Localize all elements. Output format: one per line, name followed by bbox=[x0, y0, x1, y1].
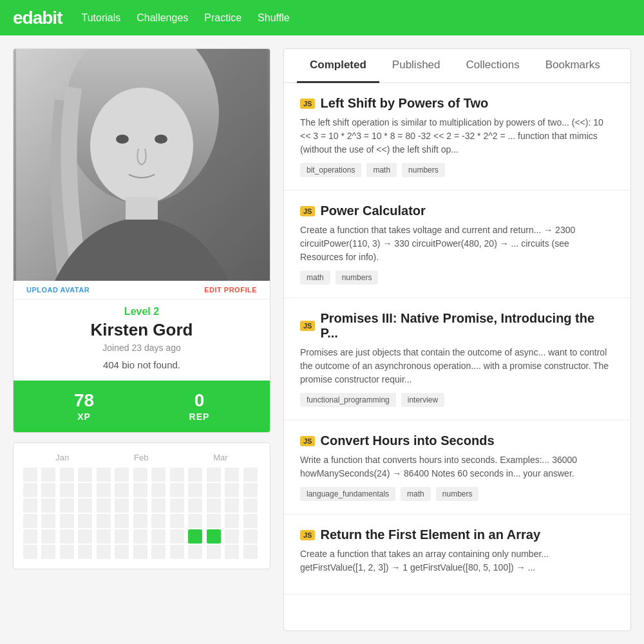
avatar-actions: UPLOAD AVATAR EDIT PROFILE bbox=[14, 281, 270, 299]
nav-challenges[interactable]: Challenges bbox=[137, 12, 188, 24]
challenge-item[interactable]: JSConvert Hours into SecondsWrite a func… bbox=[284, 421, 630, 515]
calendar-cell bbox=[243, 529, 258, 544]
nav-practice[interactable]: Practice bbox=[204, 12, 242, 24]
calendar-cell bbox=[170, 483, 184, 497]
tab-bookmarks[interactable]: Bookmarks bbox=[533, 49, 613, 83]
challenge-title-row: JSPromises III: Native Promise, Introduc… bbox=[300, 311, 614, 341]
nav-tutorials[interactable]: Tutorials bbox=[81, 12, 120, 24]
site-logo[interactable]: edabit bbox=[13, 8, 62, 28]
content-area: Completed Published Collections Bookmark… bbox=[283, 48, 631, 631]
calendar-cell bbox=[151, 545, 166, 559]
tabs: Completed Published Collections Bookmark… bbox=[284, 49, 630, 83]
language-badge: JS bbox=[300, 436, 315, 446]
challenge-title: Power Calculator bbox=[320, 204, 425, 218]
calendar-cell bbox=[97, 498, 111, 513]
challenge-item[interactable]: JSPower CalculatorCreate a function that… bbox=[284, 191, 630, 298]
challenge-item[interactable]: JSLeft Shift by Powers of TwoThe left sh… bbox=[284, 83, 630, 191]
calendar-cell bbox=[225, 514, 239, 528]
tab-published[interactable]: Published bbox=[379, 49, 453, 83]
sidebar: UPLOAD AVATAR EDIT PROFILE Level 2 Kirst… bbox=[13, 48, 270, 631]
calendar-cell bbox=[133, 545, 147, 559]
calendar-cell bbox=[243, 498, 258, 513]
calendar-cell bbox=[60, 529, 74, 544]
language-badge: JS bbox=[300, 530, 315, 540]
profile-card: UPLOAD AVATAR EDIT PROFILE Level 2 Kirst… bbox=[13, 48, 270, 433]
calendar-cell bbox=[133, 514, 147, 528]
calendar-cell bbox=[78, 529, 92, 544]
calendar-cell bbox=[115, 545, 129, 559]
challenge-tags: bit_operationsmathnumbers bbox=[300, 163, 614, 177]
calendar-cell bbox=[207, 529, 221, 544]
challenge-description: Create a function that takes an array co… bbox=[300, 547, 614, 574]
calendar-cell bbox=[78, 483, 92, 497]
tab-collections[interactable]: Collections bbox=[453, 49, 533, 83]
tag[interactable]: bit_operations bbox=[300, 163, 361, 177]
tag[interactable]: language_fundamentals bbox=[300, 487, 395, 501]
calendar-cell bbox=[115, 468, 129, 482]
challenge-description: Create a function that takes voltage and… bbox=[300, 223, 614, 264]
level-badge: Level 2 bbox=[26, 306, 257, 317]
calendar-cell bbox=[207, 545, 221, 559]
calendar-cell bbox=[225, 468, 239, 482]
tag[interactable]: interview bbox=[401, 393, 444, 407]
nav-shuffle[interactable]: Shuffle bbox=[258, 12, 290, 24]
calendar-cell bbox=[115, 514, 129, 528]
calendar-cell bbox=[188, 529, 202, 544]
tag[interactable]: functional_programming bbox=[300, 393, 396, 407]
tag[interactable]: numbers bbox=[402, 163, 445, 177]
tag[interactable]: numbers bbox=[436, 487, 479, 501]
xp-label: XP bbox=[77, 412, 91, 422]
tag[interactable]: math bbox=[366, 163, 397, 177]
calendar-cell bbox=[97, 468, 111, 482]
calendar-cell bbox=[133, 483, 147, 497]
challenge-item[interactable]: JSPromises III: Native Promise, Introduc… bbox=[284, 298, 630, 421]
calendar-cell bbox=[133, 468, 147, 482]
calendar-cell bbox=[151, 514, 166, 528]
challenge-title-row: JSReturn the First Element in an Array bbox=[300, 527, 614, 542]
calendar-cell bbox=[97, 483, 111, 497]
calendar-cell bbox=[97, 545, 111, 559]
user-name: Kirsten Gord bbox=[26, 320, 257, 340]
calendar-cell bbox=[133, 529, 147, 544]
xp-value: 78 bbox=[26, 390, 142, 411]
calendar-cell bbox=[225, 483, 239, 497]
calendar-cell bbox=[225, 545, 239, 559]
upload-avatar-button[interactable]: UPLOAD AVATAR bbox=[26, 286, 90, 294]
tag[interactable]: numbers bbox=[336, 270, 379, 285]
main-layout: UPLOAD AVATAR EDIT PROFILE Level 2 Kirst… bbox=[0, 35, 644, 644]
calendar-cell bbox=[170, 498, 184, 513]
calendar-cell bbox=[41, 545, 55, 559]
calendar-cell bbox=[188, 483, 202, 497]
calendar-cell bbox=[78, 468, 92, 482]
language-badge: JS bbox=[300, 206, 315, 216]
calendar-cell bbox=[60, 468, 74, 482]
challenge-title-row: JSLeft Shift by Powers of Two bbox=[300, 96, 614, 111]
calendar-cell bbox=[23, 514, 37, 528]
calendar-cell bbox=[60, 483, 74, 497]
calendar-cell bbox=[23, 545, 37, 559]
calendar-cell bbox=[23, 483, 37, 497]
calendar-cell bbox=[151, 483, 166, 497]
header: edabit Tutorials Challenges Practice Shu… bbox=[0, 0, 644, 35]
challenge-item[interactable]: JSReturn the First Element in an ArrayCr… bbox=[284, 515, 630, 594]
calendar-cell bbox=[133, 498, 147, 513]
calendar-cell bbox=[243, 545, 258, 559]
tag[interactable]: math bbox=[401, 487, 431, 501]
calendar-cell bbox=[170, 468, 184, 482]
tab-completed[interactable]: Completed bbox=[297, 49, 379, 83]
language-badge: JS bbox=[300, 99, 315, 109]
edit-profile-button[interactable]: EDIT PROFILE bbox=[204, 286, 257, 294]
calendar-cell bbox=[243, 468, 258, 482]
challenge-title-row: JSPower Calculator bbox=[300, 204, 614, 218]
calendar-cell bbox=[188, 514, 202, 528]
tag[interactable]: math bbox=[300, 270, 330, 285]
bio: 404 bio not found. bbox=[26, 359, 257, 370]
calendar-cell bbox=[188, 498, 202, 513]
activity-calendar: Jan Feb Mar bbox=[13, 442, 270, 569]
rep-stat: 0 REP bbox=[142, 390, 257, 422]
calendar-cell bbox=[23, 529, 37, 544]
calendar-cell bbox=[97, 514, 111, 528]
calendar-cell bbox=[60, 514, 74, 528]
challenge-tags: mathnumbers bbox=[300, 270, 614, 285]
calendar-cell bbox=[151, 498, 166, 513]
